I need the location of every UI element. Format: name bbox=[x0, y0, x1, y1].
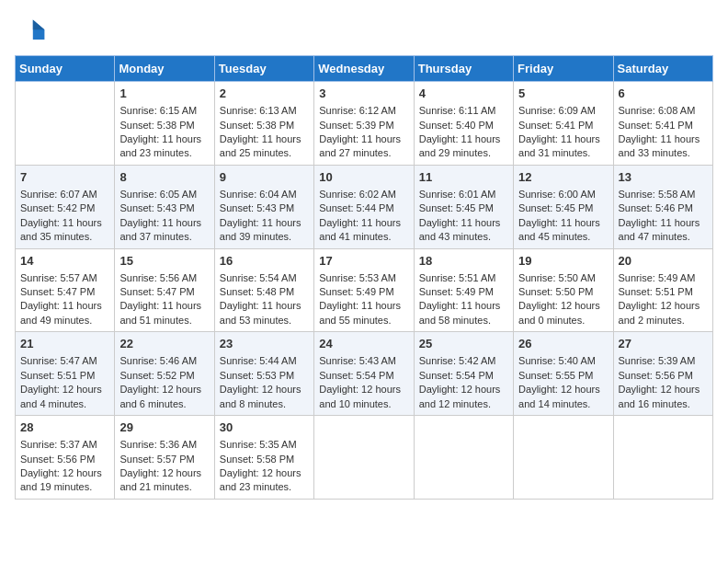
calendar-cell bbox=[613, 416, 712, 500]
daylight: Daylight: 11 hours and 41 minutes. bbox=[319, 217, 401, 242]
day-number: 5 bbox=[518, 86, 608, 102]
daylight: Daylight: 11 hours and 43 minutes. bbox=[419, 217, 501, 242]
sunset: Sunset: 5:56 PM bbox=[619, 370, 693, 381]
calendar-cell: 1Sunrise: 6:15 AMSunset: 5:38 PMDaylight… bbox=[115, 82, 214, 166]
day-number: 11 bbox=[419, 169, 508, 186]
sunrise: Sunrise: 5:50 AM bbox=[518, 272, 596, 283]
calendar-cell: 15Sunrise: 5:56 AMSunset: 5:47 PMDayligh… bbox=[115, 248, 214, 332]
daylight: Daylight: 12 hours and 12 minutes. bbox=[419, 384, 501, 408]
day-header-thursday: Thursday bbox=[414, 56, 513, 82]
sunrise: Sunrise: 5:54 AM bbox=[220, 272, 297, 283]
day-header-wednesday: Wednesday bbox=[314, 56, 414, 82]
day-header-friday: Friday bbox=[514, 56, 613, 82]
sunrise: Sunrise: 5:42 AM bbox=[419, 355, 496, 366]
page-header bbox=[15, 15, 713, 48]
day-number: 29 bbox=[119, 419, 209, 436]
sunrise: Sunrise: 6:09 AM bbox=[518, 105, 596, 116]
sunset: Sunset: 5:54 PM bbox=[419, 370, 494, 381]
calendar-cell: 28Sunrise: 5:37 AMSunset: 5:56 PMDayligh… bbox=[16, 416, 115, 500]
daylight: Daylight: 11 hours and 33 minutes. bbox=[619, 133, 700, 158]
calendar-cell: 18Sunrise: 5:51 AMSunset: 5:49 PMDayligh… bbox=[414, 248, 513, 332]
sunrise: Sunrise: 5:35 AM bbox=[220, 439, 297, 450]
calendar-table: SundayMondayTuesdayWednesdayThursdayFrid… bbox=[15, 55, 713, 500]
daylight: Daylight: 11 hours and 31 minutes. bbox=[518, 133, 600, 158]
week-row-3: 14Sunrise: 5:57 AMSunset: 5:47 PMDayligh… bbox=[16, 248, 713, 332]
daylight: Daylight: 12 hours and 16 minutes. bbox=[619, 384, 700, 408]
calendar-cell: 27Sunrise: 5:39 AMSunset: 5:56 PMDayligh… bbox=[613, 332, 712, 416]
daylight: Daylight: 11 hours and 51 minutes. bbox=[119, 300, 201, 325]
week-row-4: 21Sunrise: 5:47 AMSunset: 5:51 PMDayligh… bbox=[16, 332, 713, 416]
sunrise: Sunrise: 5:39 AM bbox=[619, 355, 696, 366]
sunrise: Sunrise: 5:49 AM bbox=[619, 272, 696, 283]
day-header-monday: Monday bbox=[115, 56, 214, 82]
sunset: Sunset: 5:54 PM bbox=[319, 370, 393, 381]
sunset: Sunset: 5:51 PM bbox=[20, 370, 95, 381]
sunrise: Sunrise: 6:05 AM bbox=[119, 189, 197, 200]
day-number: 21 bbox=[20, 336, 109, 352]
sunrise: Sunrise: 6:13 AM bbox=[220, 105, 297, 116]
day-number: 23 bbox=[220, 336, 309, 352]
sunset: Sunset: 5:47 PM bbox=[119, 286, 194, 297]
calendar-cell bbox=[16, 82, 115, 166]
day-number: 10 bbox=[319, 169, 408, 186]
sunset: Sunset: 5:49 PM bbox=[319, 286, 393, 297]
sunset: Sunset: 5:56 PM bbox=[20, 454, 95, 465]
calendar-cell bbox=[314, 416, 414, 500]
day-number: 15 bbox=[119, 253, 209, 270]
daylight: Daylight: 11 hours and 55 minutes. bbox=[319, 300, 401, 325]
day-number: 3 bbox=[319, 86, 408, 102]
day-number: 6 bbox=[619, 86, 708, 102]
day-number: 13 bbox=[619, 169, 708, 186]
day-number: 27 bbox=[619, 336, 708, 352]
logo-icon bbox=[15, 15, 48, 48]
calendar-cell: 11Sunrise: 6:01 AMSunset: 5:45 PMDayligh… bbox=[414, 165, 513, 248]
calendar-cell: 7Sunrise: 6:07 AMSunset: 5:42 PMDaylight… bbox=[16, 165, 115, 248]
calendar-cell: 19Sunrise: 5:50 AMSunset: 5:50 PMDayligh… bbox=[514, 248, 613, 332]
sunset: Sunset: 5:38 PM bbox=[220, 120, 294, 131]
day-number: 28 bbox=[20, 419, 109, 436]
calendar-cell: 30Sunrise: 5:35 AMSunset: 5:58 PMDayligh… bbox=[214, 416, 313, 500]
day-number: 16 bbox=[220, 253, 309, 270]
calendar-cell: 10Sunrise: 6:02 AMSunset: 5:44 PMDayligh… bbox=[314, 165, 414, 248]
calendar-cell: 16Sunrise: 5:54 AMSunset: 5:48 PMDayligh… bbox=[214, 248, 313, 332]
days-header-row: SundayMondayTuesdayWednesdayThursdayFrid… bbox=[16, 56, 713, 82]
day-number: 25 bbox=[419, 336, 508, 352]
sunrise: Sunrise: 5:57 AM bbox=[20, 272, 97, 283]
calendar-cell: 21Sunrise: 5:47 AMSunset: 5:51 PMDayligh… bbox=[16, 332, 115, 416]
calendar-cell: 25Sunrise: 5:42 AMSunset: 5:54 PMDayligh… bbox=[414, 332, 513, 416]
calendar-cell: 23Sunrise: 5:44 AMSunset: 5:53 PMDayligh… bbox=[214, 332, 313, 416]
daylight: Daylight: 11 hours and 29 minutes. bbox=[419, 133, 501, 158]
sunrise: Sunrise: 5:44 AM bbox=[220, 355, 297, 366]
day-number: 20 bbox=[619, 253, 708, 270]
sunrise: Sunrise: 6:02 AM bbox=[319, 189, 396, 200]
daylight: Daylight: 12 hours and 19 minutes. bbox=[20, 467, 102, 492]
calendar-cell: 29Sunrise: 5:36 AMSunset: 5:57 PMDayligh… bbox=[115, 416, 214, 500]
calendar-cell: 2Sunrise: 6:13 AMSunset: 5:38 PMDaylight… bbox=[214, 82, 313, 166]
sunrise: Sunrise: 6:08 AM bbox=[619, 105, 696, 116]
sunset: Sunset: 5:48 PM bbox=[220, 286, 294, 297]
sunset: Sunset: 5:43 PM bbox=[220, 202, 294, 213]
sunset: Sunset: 5:47 PM bbox=[20, 286, 95, 297]
sunrise: Sunrise: 5:47 AM bbox=[20, 355, 97, 366]
calendar-cell: 13Sunrise: 5:58 AMSunset: 5:46 PMDayligh… bbox=[613, 165, 712, 248]
calendar-cell: 20Sunrise: 5:49 AMSunset: 5:51 PMDayligh… bbox=[613, 248, 712, 332]
sunset: Sunset: 5:45 PM bbox=[419, 202, 494, 213]
day-header-tuesday: Tuesday bbox=[214, 56, 313, 82]
daylight: Daylight: 12 hours and 4 minutes. bbox=[20, 384, 102, 408]
day-number: 22 bbox=[119, 336, 209, 352]
calendar-cell: 5Sunrise: 6:09 AMSunset: 5:41 PMDaylight… bbox=[514, 82, 613, 166]
sunrise: Sunrise: 6:00 AM bbox=[518, 189, 596, 200]
calendar-cell: 24Sunrise: 5:43 AMSunset: 5:54 PMDayligh… bbox=[314, 332, 414, 416]
sunrise: Sunrise: 5:53 AM bbox=[319, 272, 396, 283]
sunrise: Sunrise: 5:56 AM bbox=[119, 272, 197, 283]
sunrise: Sunrise: 5:36 AM bbox=[119, 439, 197, 450]
calendar-cell: 6Sunrise: 6:08 AMSunset: 5:41 PMDaylight… bbox=[613, 82, 712, 166]
day-number: 19 bbox=[518, 253, 608, 270]
daylight: Daylight: 11 hours and 58 minutes. bbox=[419, 300, 501, 325]
daylight: Daylight: 12 hours and 23 minutes. bbox=[220, 467, 301, 492]
sunrise: Sunrise: 6:12 AM bbox=[319, 105, 396, 116]
calendar-cell bbox=[514, 416, 613, 500]
daylight: Daylight: 12 hours and 6 minutes. bbox=[119, 384, 201, 408]
calendar-cell: 17Sunrise: 5:53 AMSunset: 5:49 PMDayligh… bbox=[314, 248, 414, 332]
day-number: 24 bbox=[319, 336, 408, 352]
